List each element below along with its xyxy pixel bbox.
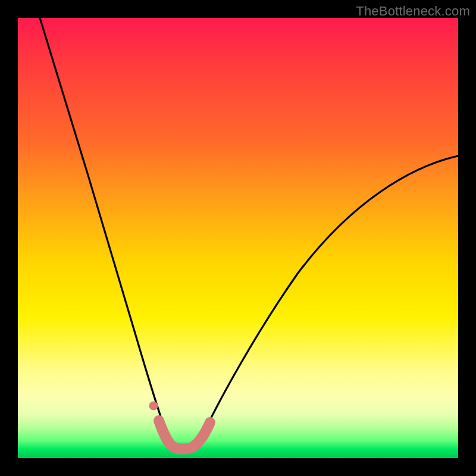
marker-band [159,421,210,449]
curve-path [40,18,458,449]
marker-dot [149,402,158,411]
watermark-text: TheBottleneck.com [356,4,470,19]
chart-frame: TheBottleneck.com [0,0,476,476]
bottleneck-curve [18,18,458,458]
plot-area [18,18,458,458]
